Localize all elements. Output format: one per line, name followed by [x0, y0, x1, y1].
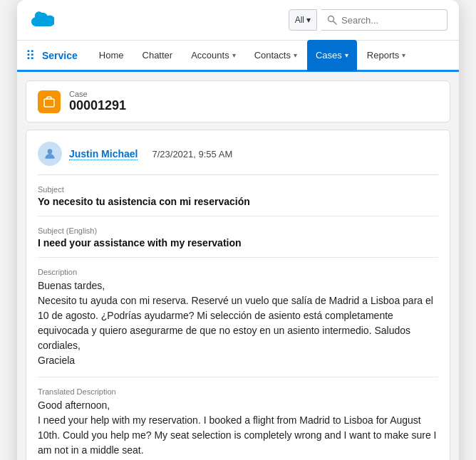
nav-accounts-label: Accounts: [191, 50, 229, 61]
nav-item-contacts[interactable]: Contacts ▾: [246, 40, 306, 71]
nav-item-home[interactable]: Home: [90, 40, 133, 71]
search-icon: [327, 15, 337, 25]
salesforce-logo: [29, 7, 54, 33]
translated-section: Translated Description Good afternoon, I…: [38, 387, 438, 460]
svg-line-1: [333, 21, 337, 25]
nav-home-label: Home: [99, 50, 124, 61]
subject-english-label: Subject (English): [38, 226, 438, 235]
app-name: Service: [42, 50, 78, 61]
description-label: Description: [38, 268, 438, 276]
accounts-chevron-icon: ▾: [232, 51, 236, 59]
case-icon: [38, 90, 61, 113]
sender-name[interactable]: Justin Michael: [69, 148, 138, 160]
content-area: Case 00001291 Justin Michael 7/23/2021, …: [17, 72, 459, 460]
case-header: Case 00001291: [26, 80, 450, 122]
subject-english-value: I need your assistance with my reservati…: [38, 237, 438, 249]
all-label: All: [295, 15, 304, 25]
avatar: [38, 142, 62, 166]
subject-section: Subject Yo necesito tu asistencia con mi…: [38, 185, 438, 216]
email-header: Justin Michael 7/23/2021, 9:55 AM: [38, 142, 438, 175]
nav-item-accounts[interactable]: Accounts ▾: [182, 40, 244, 71]
svg-rect-2: [44, 99, 54, 107]
search-area: All ▾: [289, 9, 447, 31]
subject-english-section: Subject (English) I need your assistance…: [38, 226, 438, 258]
translated-label: Translated Description: [38, 387, 438, 396]
contacts-chevron-icon: ▾: [294, 51, 297, 59]
nav-chatter-label: Chatter: [143, 50, 173, 61]
nav-bar: ⠿ Service Home Chatter Accounts ▾ Contac…: [17, 41, 459, 72]
grid-icon[interactable]: ⠿: [26, 48, 35, 63]
subject-label: Subject: [38, 185, 438, 194]
email-date: 7/23/2021, 9:55 AM: [152, 149, 232, 160]
translated-value: Good afternoon, I need your help with my…: [38, 398, 438, 460]
main-window: All ▾ ⠿ Service Home Chatter Accounts ▾: [17, 0, 459, 460]
all-dropdown[interactable]: All ▾: [289, 9, 317, 31]
nav-cases-label: Cases: [316, 50, 342, 61]
search-input[interactable]: [341, 15, 441, 26]
subject-value: Yo necesito tu asistencia con mi reserva…: [38, 196, 438, 207]
svg-point-3: [48, 149, 53, 154]
case-label: Case: [69, 90, 126, 98]
nav-item-chatter[interactable]: Chatter: [134, 40, 182, 71]
top-bar: All ▾: [17, 0, 459, 41]
description-section: Description Buenas tardes, Necesito tu a…: [38, 268, 438, 377]
all-chevron-icon: ▾: [306, 15, 311, 25]
search-box: [321, 9, 447, 31]
description-value: Buenas tardes, Necesito tu ayuda con mi …: [38, 278, 438, 368]
reports-chevron-icon: ▾: [402, 51, 405, 59]
case-number: 00001291: [69, 98, 126, 113]
cases-chevron-icon: ▾: [345, 51, 348, 59]
nav-reports-label: Reports: [367, 50, 400, 61]
nav-item-cases[interactable]: Cases ▾: [307, 40, 357, 71]
nav-contacts-label: Contacts: [254, 50, 291, 61]
case-info: Case 00001291: [69, 90, 126, 113]
nav-item-reports[interactable]: Reports ▾: [358, 40, 415, 71]
email-card: Justin Michael 7/23/2021, 9:55 AM Subjec…: [26, 130, 450, 460]
